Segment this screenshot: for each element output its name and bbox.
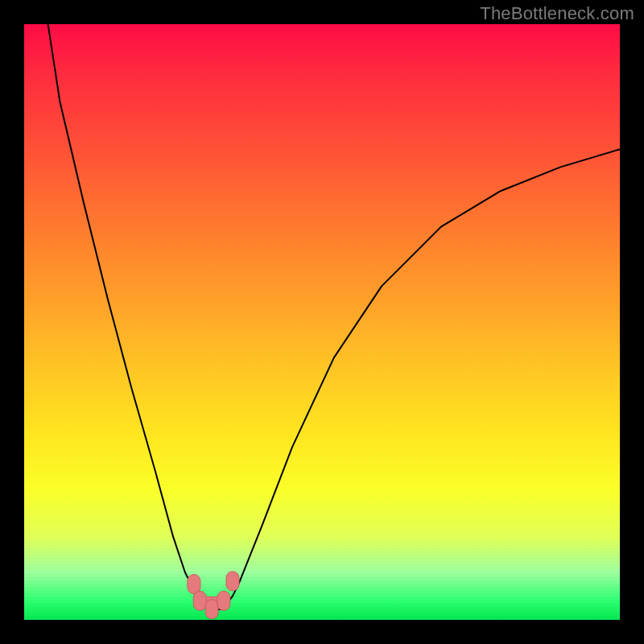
bottleneck-curve xyxy=(48,24,620,611)
plot-area xyxy=(24,24,620,620)
marker-right-upper xyxy=(226,572,239,591)
marker-right-lower xyxy=(217,591,230,610)
chart-svg xyxy=(24,24,620,620)
marker-bottom xyxy=(205,600,218,619)
marker-left-lower xyxy=(193,591,206,610)
markers-group xyxy=(188,572,239,619)
frame: TheBottleneck.com xyxy=(0,0,644,644)
watermark-text: TheBottleneck.com xyxy=(480,3,634,24)
